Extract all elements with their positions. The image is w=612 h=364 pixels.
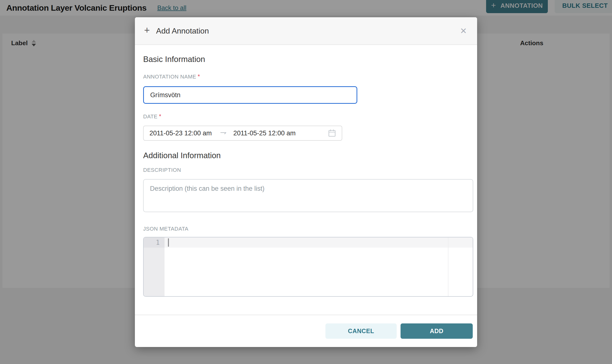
close-icon[interactable]: ✕ bbox=[460, 26, 467, 36]
date-range-picker[interactable]: 2011-05-23 12:00 am ⇁ 2011-05-25 12:00 a… bbox=[143, 126, 342, 141]
editor-cursor bbox=[168, 238, 169, 247]
annotation-name-label: ANNOTATION NAME* bbox=[143, 73, 473, 80]
modal-body: Basic Information ANNOTATION NAME* DATE*… bbox=[135, 45, 477, 315]
description-textarea[interactable] bbox=[143, 179, 473, 212]
modal-footer: CANCEL ADD bbox=[135, 315, 477, 347]
editor-print-margin bbox=[448, 237, 448, 296]
json-metadata-editor[interactable]: 1 bbox=[143, 237, 473, 297]
modal-header: + Add Annotation ✕ bbox=[135, 17, 477, 45]
cancel-button[interactable]: CANCEL bbox=[326, 324, 397, 339]
json-metadata-label: JSON METADATA bbox=[143, 226, 473, 232]
date-end-value[interactable]: 2011-05-25 12:00 am bbox=[233, 130, 296, 137]
additional-information-heading: Additional Information bbox=[143, 151, 473, 160]
date-start-value[interactable]: 2011-05-23 12:00 am bbox=[149, 130, 212, 137]
required-asterisk: * bbox=[198, 73, 200, 80]
annotation-name-input[interactable] bbox=[143, 86, 357, 104]
required-asterisk: * bbox=[159, 113, 161, 119]
editor-active-line bbox=[165, 237, 473, 247]
add-button[interactable]: ADD bbox=[401, 324, 473, 339]
add-annotation-modal: + Add Annotation ✕ Basic Information ANN… bbox=[135, 17, 477, 347]
plus-icon: + bbox=[144, 25, 150, 35]
modal-title: Add Annotation bbox=[156, 26, 209, 36]
range-arrow-icon: ⇁ bbox=[220, 128, 226, 137]
description-label: DESCRIPTION bbox=[143, 167, 473, 173]
calendar-icon[interactable] bbox=[328, 129, 336, 137]
basic-information-heading: Basic Information bbox=[143, 55, 473, 64]
date-label: DATE* bbox=[143, 113, 473, 120]
editor-line-number: 1 bbox=[144, 237, 165, 247]
